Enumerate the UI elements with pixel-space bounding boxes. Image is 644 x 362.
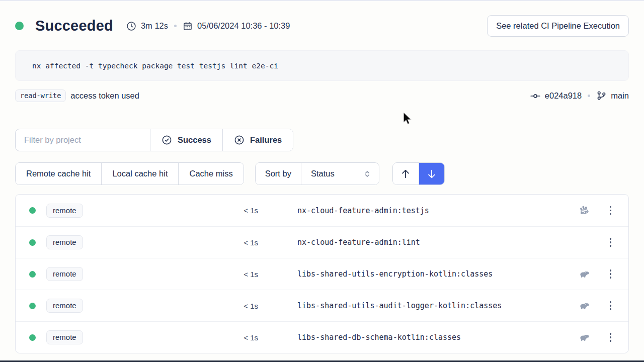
filter-success-label: Success [178,135,211,145]
task-row[interactable]: remote < 1s nx-cloud-feature-admin:lint [16,226,628,258]
kebab-menu-icon[interactable] [607,331,615,344]
filter-by-project-input[interactable] [16,129,150,151]
project-filter-group: Success Failures [15,129,293,151]
sort-direction-group [392,162,445,185]
access-token-label: access token used [70,91,139,101]
task-row[interactable]: remote < 1s nx-cloud-feature-admin:testj… [16,195,628,226]
git-branch-icon [596,90,607,101]
filter-success-button[interactable]: Success [150,129,222,151]
x-circle-icon [234,135,245,145]
sort-descending-button[interactable] [419,163,444,185]
task-duration: < 1s [107,270,258,279]
task-status-dot-icon [29,303,36,309]
task-name: libs-shared-utils-encryption-kotlin:clas… [297,269,493,279]
cache-source-badge: remote [46,267,83,281]
task-name: nx-cloud-feature-admin:testjs [297,206,429,215]
run-date-range-text: 05/06/2024 10:36 - 10:39 [197,21,290,31]
kebab-menu-icon[interactable] [607,204,615,217]
task-status-dot-icon [29,334,36,341]
branch-name: main [611,91,629,101]
kebab-menu-icon[interactable] [607,236,615,249]
see-related-pipeline-button[interactable]: See related CI Pipeline Execution [487,15,629,37]
task-status-dot-icon [29,239,36,246]
run-details-page: Succeeded 3m 12s 05/06/2024 10:36 - 10:3… [0,15,644,353]
filter-cache-miss-button[interactable]: Cache miss [178,163,243,185]
jest-icon [578,205,590,217]
task-name: libs-shared-utils-audit-logger-kotlin:cl… [297,301,502,310]
task-row[interactable]: remote < 1s libs-shared-utils-encryption… [16,258,628,290]
git-commit-icon [530,90,541,102]
cache-source-badge: remote [46,204,83,218]
kebab-menu-icon[interactable] [607,267,615,281]
filter-failures-label: Failures [250,135,282,145]
clock-icon [126,21,136,31]
filter-remote-cache-hit-button[interactable]: Remote cache hit [16,163,101,185]
sort-ascending-button[interactable] [393,163,419,185]
task-row[interactable]: remote < 1s libs-shared-db-schema-kotlin… [16,321,628,353]
task-name: libs-shared-db-schema-kotlin:classes [297,333,461,342]
run-date-range: 05/06/2024 10:36 - 10:39 [183,21,290,31]
gradle-elephant-icon [578,268,590,280]
run-duration-text: 3m 12s [141,21,168,31]
task-duration: < 1s [107,302,258,310]
sort-select[interactable]: Status [301,163,379,185]
filter-failures-button[interactable]: Failures [222,129,293,151]
command-box: nx affected -t typecheck package test te… [15,50,629,81]
cache-source-badge: remote [46,299,83,313]
task-duration: < 1s [107,333,258,342]
task-list: remote < 1s nx-cloud-feature-admin:testj… [15,194,629,353]
token-row: read-write access token used e024a918 [15,89,629,102]
task-status-dot-icon [29,271,36,278]
commit-sha: e024a918 [545,91,582,101]
run-header: Succeeded 3m 12s 05/06/2024 10:36 - 10:3… [15,15,629,37]
sort-by-label: Sort by [256,163,301,185]
status-dot-icon [15,22,24,30]
window-top-border [0,0,644,1]
gradle-elephant-icon [578,300,590,312]
task-status-dot-icon [29,207,36,214]
task-name: nx-cloud-feature-admin:lint [297,238,420,247]
task-duration: < 1s [107,206,258,215]
arrow-up-icon [400,168,411,179]
vcs-info: e024a918 main [530,90,629,102]
sort-group: Sort by Status [255,162,379,185]
cache-source-badge: remote [46,235,83,249]
branch-info[interactable]: main [596,90,629,101]
access-token-badge: read-write [15,89,66,102]
cache-filter-group: Remote cache hit Local cache hit Cache m… [15,162,244,185]
cache-source-badge: remote [46,330,83,344]
run-status-title: Succeeded [35,18,113,34]
vcs-separator-dot [588,95,590,97]
toolbar-row: Remote cache hit Local cache hit Cache m… [15,162,629,185]
chevron-up-down-icon [363,170,371,178]
filter-row: Success Failures [15,129,629,151]
task-duration: < 1s [107,238,258,247]
gradle-elephant-icon [578,331,590,343]
task-row[interactable]: remote < 1s libs-shared-utils-audit-logg… [16,290,628,321]
meta-separator-dot [174,25,177,27]
calendar-icon [183,21,193,31]
run-duration: 3m 12s [126,21,168,31]
filter-local-cache-hit-button[interactable]: Local cache hit [101,163,178,185]
run-command-text: nx affected -t typecheck package test te… [32,62,278,70]
commit-info[interactable]: e024a918 [530,90,582,102]
arrow-down-icon [426,168,437,179]
sort-select-value: Status [311,169,335,178]
kebab-menu-icon[interactable] [607,299,615,312]
check-circle-icon [162,135,172,145]
